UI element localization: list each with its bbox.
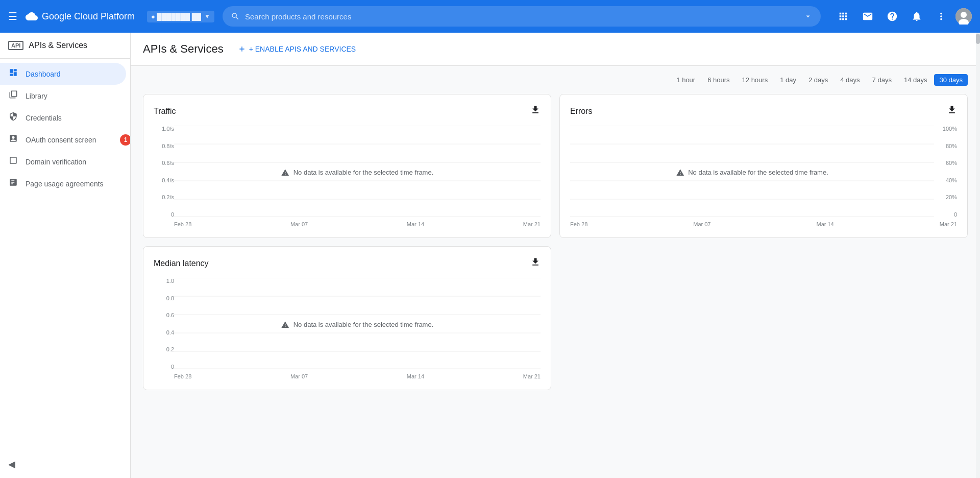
page-title: APIs & Services [143,42,224,56]
errors-x-label-3: Mar 21 [940,221,957,227]
latency-x-label-0: Feb 28 [174,373,191,379]
logo: Google Cloud Platform [26,10,135,22]
sidebar-item-oauth[interactable]: OAuth consent screen 1 [0,129,126,151]
traffic-no-data: No data is available for the selected ti… [281,169,434,177]
latency-y-label-2: 0.6 [166,312,174,318]
sidebar-label-library: Library [26,92,47,100]
latency-x-label-3: Mar 21 [523,373,541,379]
oauth-badge: 1 [120,134,131,146]
latency-chart-card: Median latency 1.0 0.8 0.6 0.4 0.2 0 [143,246,551,390]
credentials-icon [8,112,18,124]
top-nav: ☰ Google Cloud Platform ● ███████ ██ ▼ [0,0,980,33]
latency-y-label-0: 1.0 [166,278,174,284]
more-icon[interactable] [931,6,951,27]
errors-y-label-5: 0 [954,211,957,218]
traffic-chart-title: Traffic [154,107,176,116]
latency-chart-header: Median latency [154,257,541,270]
enable-apis-button[interactable]: + ENABLE APIS AND SERVICES [232,41,362,57]
search-bar[interactable] [223,6,821,27]
avatar[interactable] [955,8,972,25]
search-dropdown-icon [803,12,813,21]
traffic-y-label-0: 1.0/s [162,126,174,132]
latency-x-label-2: Mar 14 [407,373,424,379]
time-btn-1day[interactable]: 1 day [775,74,801,86]
traffic-y-label-4: 0.2/s [162,194,174,200]
errors-x-axis: Feb 28 Mar 07 Mar 14 Mar 21 [570,219,957,227]
sidebar-label-dashboard: Dashboard [26,70,61,78]
api-badge: API [8,41,23,50]
charts-grid: Traffic 1.0/s 0.8/s 0.6/s 0.4/s 0.2/s 0 [131,90,980,398]
project-dropdown-icon: ▼ [204,13,210,20]
hamburger-icon[interactable]: ☰ [8,10,17,22]
nav-icons [833,6,972,27]
errors-y-label-4: 20% [946,194,957,200]
latency-y-label-1: 0.8 [166,295,174,301]
sidebar-nav: Dashboard Library Credentials [0,59,130,450]
sidebar-item-dashboard[interactable]: Dashboard [0,63,126,85]
support-icon[interactable] [857,6,878,27]
plus-icon [238,45,246,53]
latency-chart-area: 1.0 0.8 0.6 0.4 0.2 0 [154,278,541,379]
time-btn-7days[interactable]: 7 days [867,74,897,86]
errors-y-label-2: 60% [946,160,957,166]
latency-warning-icon [281,321,289,329]
traffic-x-label-2: Mar 14 [407,221,424,227]
scrollbar-thumb[interactable] [976,34,980,44]
time-btn-12hours[interactable]: 12 hours [737,74,773,86]
layout: API APIs & Services Dashboard Library [0,33,980,478]
scrollbar[interactable] [976,33,980,478]
oauth-icon [8,134,18,146]
apps-icon[interactable] [833,6,853,27]
errors-chart-card: Errors [559,94,968,238]
page-usage-icon [8,178,18,189]
domain-icon [8,156,18,168]
search-input[interactable] [245,12,798,21]
traffic-chart-area: 1.0/s 0.8/s 0.6/s 0.4/s 0.2/s 0 [154,126,541,227]
main-header: APIs & Services + ENABLE APIS AND SERVIC… [131,33,980,66]
traffic-x-label-3: Mar 21 [523,221,541,227]
time-btn-1hour[interactable]: 1 hour [671,74,700,86]
cloud-icon [26,10,38,22]
dashboard-icon [8,68,18,80]
traffic-download-icon[interactable] [530,105,541,117]
errors-download-icon[interactable] [947,105,957,117]
errors-x-label-2: Mar 14 [817,221,834,227]
notifications-icon[interactable] [906,6,927,27]
sidebar-label-page-usage: Page usage agreements [26,180,104,188]
time-btn-4days[interactable]: 4 days [835,74,865,86]
sidebar-collapse-button[interactable]: ◀ [0,450,130,478]
errors-chart-area: No data is available for the selected ti… [570,126,957,227]
traffic-x-axis: Feb 28 Mar 07 Mar 14 Mar 21 [154,219,541,227]
traffic-y-label-3: 0.4/s [162,177,174,183]
time-btn-14days[interactable]: 14 days [899,74,933,86]
traffic-chart-card: Traffic 1.0/s 0.8/s 0.6/s 0.4/s 0.2/s 0 [143,94,551,238]
latency-download-icon[interactable] [530,257,541,270]
traffic-y-label-1: 0.8/s [162,143,174,149]
latency-chart-title: Median latency [154,259,209,268]
sidebar-header: API APIs & Services [0,33,130,59]
errors-y-label-3: 40% [946,177,957,183]
errors-chart-header: Errors [570,105,957,117]
time-btn-6hours[interactable]: 6 hours [702,74,734,86]
latency-x-axis: Feb 28 Mar 07 Mar 14 Mar 21 [154,371,541,379]
sidebar-label-oauth: OAuth consent screen [26,136,96,144]
latency-y-label-3: 0.4 [166,329,174,336]
errors-chart-title: Errors [570,107,593,116]
time-btn-2days[interactable]: 2 days [803,74,833,86]
errors-y-label-1: 80% [946,143,957,149]
sidebar-item-library[interactable]: Library [0,85,126,107]
sidebar-item-credentials[interactable]: Credentials [0,107,126,129]
svg-point-1 [961,12,967,18]
errors-no-data: No data is available for the selected ti… [676,169,828,177]
main-content: APIs & Services + ENABLE APIS AND SERVIC… [131,33,980,478]
errors-y-label-0: 100% [943,126,957,132]
sidebar-item-page-usage[interactable]: Page usage agreements [0,173,126,195]
sidebar-label-credentials: Credentials [26,114,62,122]
help-icon[interactable] [882,6,902,27]
sidebar-item-domain[interactable]: Domain verification [0,151,126,173]
project-selector[interactable]: ● ███████ ██ ▼ [147,11,214,22]
traffic-y-label-2: 0.6/s [162,160,174,166]
traffic-x-label-0: Feb 28 [174,221,191,227]
sidebar: API APIs & Services Dashboard Library [0,33,131,478]
time-btn-30days[interactable]: 30 days [934,74,968,86]
